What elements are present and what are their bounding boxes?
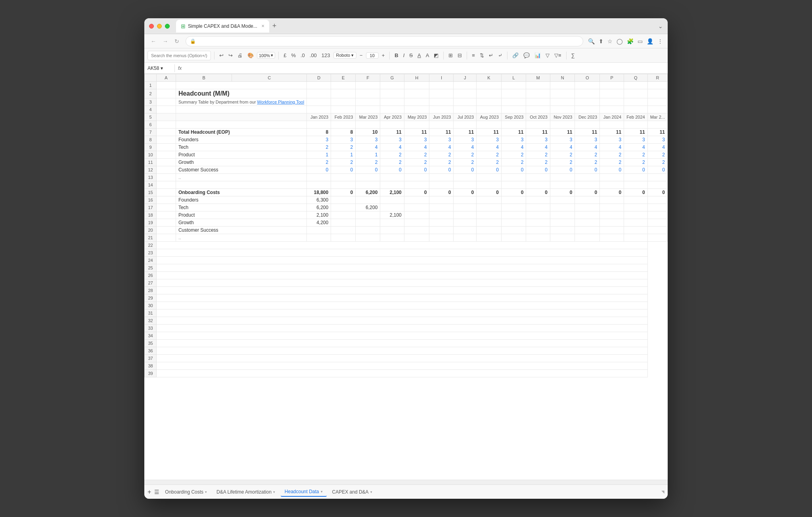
cell-E14[interactable] [331,181,356,189]
cell-21-Q[interactable] [624,234,648,242]
fill-color-button[interactable]: ◩ [432,52,440,59]
cell-A16[interactable] [157,196,176,204]
cell-10-P[interactable]: 2 [600,151,624,159]
cell-13-J[interactable] [454,174,477,181]
cell-8-L[interactable]: 3 [501,136,526,144]
cell-7-O[interactable]: 11 [575,129,600,136]
cell-16-L[interactable] [501,196,526,204]
cell-10-N[interactable]: 2 [550,151,575,159]
functions-button[interactable]: ∑ [570,52,576,59]
wrap-button[interactable]: ↵ [487,52,495,59]
cell-16-I[interactable] [429,196,454,204]
cell-11-G[interactable]: 2 [380,159,404,166]
cell-N1[interactable] [550,82,575,89]
cell-12-F[interactable]: 0 [356,166,380,174]
cell-month-jan24[interactable]: Jan 2024 [600,113,624,121]
cell-E1[interactable] [331,82,356,89]
cell-month-mar23[interactable]: Mar 2023 [356,113,380,121]
cell-month-jul23[interactable]: Jul 2023 [454,113,477,121]
cell-A20[interactable] [157,227,176,234]
cell-15-M[interactable]: 0 [526,189,550,196]
cell-9-J[interactable]: 4 [454,144,477,151]
cell-A9[interactable] [157,144,176,151]
cell-13-B[interactable]: .. [176,174,306,181]
cell-15-H[interactable]: 0 [404,189,429,196]
cell-13-Q[interactable] [624,174,648,181]
cell-month-feb23[interactable]: Feb 2023 [331,113,356,121]
cell-G6[interactable] [380,121,404,129]
cell-A15[interactable] [157,189,176,196]
cell-13-K[interactable] [477,174,502,181]
cell-21-P[interactable] [600,234,624,242]
col-header-J[interactable]: J [454,74,477,82]
cell-15-P[interactable]: 0 [600,189,624,196]
link-button[interactable]: 🔗 [511,52,520,59]
cell-I4[interactable] [429,106,454,113]
empty-row-28[interactable] [157,287,648,294]
cell-D14[interactable] [307,181,331,189]
cell-D2[interactable] [307,89,331,98]
redo-button[interactable]: ↪ [227,52,234,59]
empty-row-38[interactable] [157,362,648,370]
cell-O14[interactable] [575,181,600,189]
font-selector[interactable]: Roboto ▾ [333,52,357,59]
cell-17-M[interactable] [526,204,550,211]
empty-row-39[interactable] [157,370,648,377]
cell-16-F[interactable] [356,196,380,204]
cell-A19[interactable] [157,219,176,227]
cell-17-G[interactable] [380,204,404,211]
borders-button[interactable]: ⊞ [447,52,454,59]
cell-D1[interactable] [307,82,331,89]
text-color-button[interactable]: A [424,52,431,59]
col-header-Q[interactable]: Q [624,74,648,82]
cell-J3[interactable] [454,98,477,106]
cell-20-L[interactable] [501,227,526,234]
cell-11-P[interactable]: 2 [600,159,624,166]
cell-I6[interactable] [429,121,454,129]
cell-20-H[interactable] [404,227,429,234]
cell-8-K[interactable]: 3 [477,136,502,144]
workforce-planning-link[interactable]: Workforce Planning Tool [257,100,304,104]
cell-11-K[interactable]: 2 [477,159,502,166]
cell-15-R[interactable]: 0 [647,189,667,196]
cell-M2[interactable] [526,89,550,98]
cell-18-G[interactable]: 2,100 [380,211,404,219]
cell-D6[interactable] [307,121,331,129]
font-size-increase-button[interactable]: + [380,52,387,59]
cell-17-J[interactable] [454,204,477,211]
col-header-H[interactable]: H [404,74,429,82]
cell-K1[interactable] [477,82,502,89]
cell-13-N[interactable] [550,174,575,181]
empty-row-30[interactable] [157,302,648,309]
paint-format-button[interactable]: 🎨 [246,52,255,59]
cell-12-I[interactable]: 0 [429,166,454,174]
cell-13-L[interactable] [501,174,526,181]
cell-7-I[interactable]: 11 [429,129,454,136]
cell-18-P[interactable] [600,211,624,219]
cell-17-L[interactable] [501,204,526,211]
cell-R14[interactable] [647,181,667,189]
cell-7-M[interactable]: 11 [526,129,550,136]
cell-15-O[interactable]: 0 [575,189,600,196]
cell-15-D[interactable]: 18,800 [307,189,331,196]
cell-20-I[interactable] [429,227,454,234]
currency-button[interactable]: £ [282,52,288,59]
cell-15-N[interactable]: 0 [550,189,575,196]
sheet-menu-button[interactable]: ☰ [154,489,159,495]
cell-7-D[interactable]: 8 [307,129,331,136]
cell-19-G[interactable] [380,219,404,227]
cell-subtitle[interactable]: Summary Table by Department from our Wor… [176,98,306,106]
cell-20-N[interactable] [550,227,575,234]
cell-15-L[interactable]: 0 [501,189,526,196]
cell-18-J[interactable] [454,211,477,219]
empty-row-33[interactable] [157,325,648,332]
cell-8-G[interactable]: 3 [380,136,404,144]
cell-L14[interactable] [501,181,526,189]
cell-20-G[interactable] [380,227,404,234]
cell-12-E[interactable]: 0 [331,166,356,174]
cell-16-M[interactable] [526,196,550,204]
cell-16-R[interactable] [647,196,667,204]
cell-20-P[interactable] [600,227,624,234]
cell-20-M[interactable] [526,227,550,234]
sheet-tab-onboarding-costs[interactable]: Onboarding Costs ▾ [161,488,211,496]
